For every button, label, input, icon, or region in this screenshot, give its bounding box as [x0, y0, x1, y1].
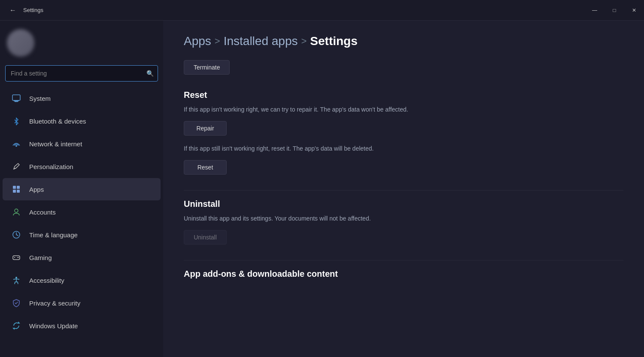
reset-title: Reset	[184, 90, 623, 100]
sidebar-item-label-accounts: Accounts	[29, 209, 56, 216]
sidebar-item-time[interactable]: Time & language	[3, 224, 161, 246]
uninstall-section: Uninstall Uninstall this app and its set…	[184, 199, 623, 245]
main-content: Apps > Installed apps > Settings Termina…	[163, 21, 644, 357]
svg-rect-4	[13, 186, 16, 189]
sidebar-item-label-gaming: Gaming	[29, 254, 52, 261]
sidebar-item-label-time: Time & language	[29, 231, 78, 239]
svg-point-12	[18, 257, 19, 258]
reset-button[interactable]: Reset	[184, 160, 227, 175]
sidebar-item-apps[interactable]: Apps	[3, 178, 161, 200]
gaming-icon	[9, 251, 23, 264]
reset-desc1: If this app isn't working right, we can …	[184, 105, 623, 114]
sidebar-item-label-accessibility: Accessibility	[29, 277, 64, 284]
close-button[interactable]: ✕	[624, 0, 644, 21]
sidebar-item-label-bluetooth: Bluetooth & devices	[29, 118, 86, 125]
main-layout: 🔍 SystemBluetooth & devicesNetwork & int…	[0, 21, 644, 357]
sidebar-item-personalization[interactable]: Personalization	[3, 155, 161, 178]
window-controls: — □ ✕	[585, 0, 644, 21]
profile-area	[0, 24, 163, 64]
sidebar-item-gaming[interactable]: Gaming	[3, 246, 161, 269]
search-icon: 🔍	[146, 70, 154, 77]
breadcrumb-installed[interactable]: Installed apps	[224, 34, 298, 48]
bluetooth-icon	[9, 114, 23, 128]
maximize-button[interactable]: □	[605, 0, 624, 21]
addons-title: App add-ons & downloadable content	[184, 269, 623, 279]
sidebar-item-accounts[interactable]: Accounts	[3, 201, 161, 223]
svg-point-11	[17, 257, 18, 258]
uninstall-button[interactable]: Uninstall	[184, 230, 227, 245]
system-icon	[9, 91, 23, 105]
breadcrumb-sep2: >	[301, 36, 307, 47]
sidebar-item-privacy[interactable]: Privacy & security	[3, 292, 161, 314]
svg-point-8	[15, 209, 18, 212]
sidebar-item-network[interactable]: Network & internet	[3, 133, 161, 155]
avatar	[7, 29, 34, 57]
uninstall-title: Uninstall	[184, 199, 623, 209]
breadcrumb-current: Settings	[310, 34, 357, 48]
sidebar-item-label-apps: Apps	[29, 186, 44, 193]
reset-section: Reset If this app isn't working right, w…	[184, 90, 623, 175]
addons-section: App add-ons & downloadable content	[184, 269, 623, 279]
reset-desc2: If this app still isn't working right, r…	[184, 144, 623, 153]
back-button[interactable]: ←	[7, 4, 19, 16]
sidebar-item-label-privacy: Privacy & security	[29, 300, 80, 307]
sidebar-item-accessibility[interactable]: Accessibility	[3, 269, 161, 291]
sidebar-item-label-update: Windows Update	[29, 322, 78, 330]
svg-point-3	[15, 145, 17, 147]
svg-rect-5	[17, 186, 20, 189]
privacy-icon	[9, 296, 23, 310]
breadcrumb-apps[interactable]: Apps	[184, 34, 211, 48]
minimize-button[interactable]: —	[585, 0, 605, 21]
titlebar: ← Settings — □ ✕	[0, 0, 644, 21]
terminate-section: Terminate	[184, 60, 623, 75]
svg-point-13	[15, 277, 17, 278]
update-icon	[9, 319, 23, 333]
apps-icon	[9, 182, 23, 196]
sidebar-nav: SystemBluetooth & devicesNetwork & inter…	[0, 87, 163, 337]
divider1	[184, 190, 623, 191]
repair-button[interactable]: Repair	[184, 121, 227, 136]
time-icon	[9, 228, 23, 242]
search-box: 🔍	[5, 65, 158, 82]
svg-rect-6	[13, 190, 16, 193]
divider2	[184, 260, 623, 260]
sidebar: 🔍 SystemBluetooth & devicesNetwork & int…	[0, 21, 163, 357]
sidebar-item-update[interactable]: Windows Update	[3, 315, 161, 337]
network-icon	[9, 137, 23, 151]
terminate-button[interactable]: Terminate	[184, 60, 230, 75]
uninstall-desc: Uninstall this app and its settings. You…	[184, 214, 623, 223]
breadcrumb-sep1: >	[215, 36, 220, 47]
personalization-icon	[9, 160, 23, 173]
accessibility-icon	[9, 273, 23, 287]
svg-rect-7	[17, 190, 20, 193]
sidebar-item-label-network: Network & internet	[29, 140, 82, 148]
titlebar-title: Settings	[23, 7, 43, 13]
svg-rect-0	[12, 95, 20, 100]
svg-rect-1	[15, 101, 18, 102]
search-input[interactable]	[5, 65, 158, 82]
accounts-icon	[9, 205, 23, 219]
sidebar-item-system[interactable]: System	[3, 87, 161, 109]
sidebar-item-label-system: System	[29, 95, 51, 102]
breadcrumb: Apps > Installed apps > Settings	[184, 34, 623, 48]
sidebar-item-bluetooth[interactable]: Bluetooth & devices	[3, 110, 161, 132]
sidebar-item-label-personalization: Personalization	[29, 163, 73, 170]
svg-rect-2	[14, 100, 19, 101]
